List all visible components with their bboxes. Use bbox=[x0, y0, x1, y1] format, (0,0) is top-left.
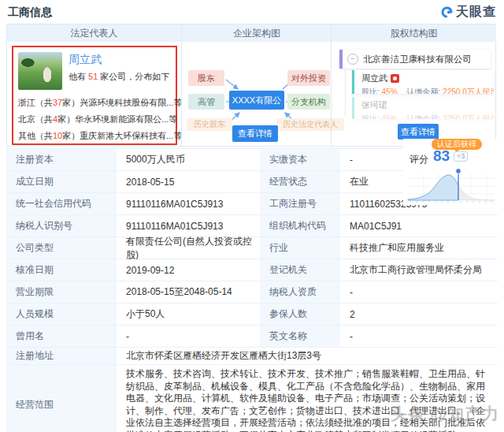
field-label: 英文名称 bbox=[260, 326, 340, 348]
shareholder-name[interactable]: 周立武 bbox=[361, 73, 387, 84]
field-value: 5000万人民币 bbox=[117, 149, 260, 171]
org-chart-panel: 企业架构图 bbox=[181, 24, 332, 146]
field-value: 小于50人 bbox=[117, 304, 260, 326]
legal-rep-name-link[interactable]: 周立武 bbox=[69, 53, 102, 67]
field-label: 组织机构代码 bbox=[260, 215, 340, 237]
purple-bar bbox=[339, 50, 343, 69]
page-title: 工商信息 bbox=[8, 6, 52, 20]
tianyancha-eye-icon bbox=[440, 6, 454, 19]
field-value: 2019-09-12 bbox=[117, 259, 260, 281]
list-item: 北京（共4家） 华永环境新能源有限公...等 bbox=[18, 111, 174, 128]
shareholder-name: 张珂珺 bbox=[361, 99, 387, 111]
node-branches: 分支机构 bbox=[287, 94, 330, 110]
field-label: 注册地址 bbox=[6, 348, 117, 365]
company-name[interactable]: 兴源环境科技股份有限...等 bbox=[80, 97, 182, 109]
score-bell-curve-chart bbox=[406, 167, 498, 203]
field-label: 纳税人识别号 bbox=[6, 215, 117, 237]
field-value: 2018-05-15至2048-05-14 bbox=[117, 281, 260, 304]
legal-rep-header: 法定代表人 bbox=[7, 24, 181, 42]
field-label: 工商注册号 bbox=[260, 193, 340, 215]
node-investments: 对外投资 bbox=[287, 70, 330, 86]
field-label: 人员规模 bbox=[6, 304, 117, 326]
field-value: 2018-05-15 bbox=[117, 171, 260, 193]
field-label: 曾用名 bbox=[6, 326, 117, 348]
field-value: 北京市工商行政管理局怀柔分局 bbox=[340, 259, 498, 281]
field-value: 有限责任公司(自然人投资或控股) bbox=[117, 237, 260, 259]
legal-rep-distribution: 浙江（共37家） 兴源环境科技股份有限...等 北京（共4家） 华永环境新能源有… bbox=[18, 95, 174, 144]
shareholder-card: 张珂珺 股比: 45%认缴金额: 2250.0万人民币 bbox=[352, 97, 494, 119]
legal-rep-panel: 法定代表人 周立武 他有 51 家公司，分布如下 浙江（共37家） 兴源环境科技… bbox=[7, 24, 181, 146]
field-label: 成立日期 bbox=[6, 171, 117, 193]
list-item: 其他（共10家） 重庆新港大环保科技有...等 bbox=[18, 128, 174, 144]
legal-rep-avatar[interactable] bbox=[18, 52, 62, 90]
preview-panels: 法定代表人 周立武 他有 51 家公司，分布如下 浙江（共37家） 兴源环境科技… bbox=[6, 24, 496, 147]
field-value: MA01C5J91 bbox=[340, 215, 498, 237]
equity-detail-button[interactable]: 查看详情 bbox=[398, 124, 439, 140]
company-name[interactable]: 华永环境新能源有限公...等 bbox=[75, 114, 177, 125]
equity-header: 股权结构图 bbox=[332, 24, 496, 42]
company-name[interactable]: 重庆新港大环保科技有...等 bbox=[80, 130, 182, 142]
node-history-shareholders: 历史股东 bbox=[187, 118, 232, 131]
field-value: - bbox=[117, 326, 260, 348]
score-value: 83 bbox=[433, 147, 450, 165]
node-shareholders: 股东 bbox=[188, 70, 224, 86]
root-company-name[interactable]: 北京善洁卫康科技有限公司 bbox=[363, 54, 472, 65]
field-value: - bbox=[340, 281, 498, 304]
node-company-center: XXXX有限公司 bbox=[229, 91, 284, 110]
score-module: 认证后获得 评分 83 +3 bbox=[403, 139, 501, 205]
field-value: - bbox=[340, 326, 498, 348]
company-count: 51 bbox=[88, 72, 98, 81]
org-chart-header: 企业架构图 bbox=[182, 24, 332, 42]
legal-rep-summary: 他有 51 家公司，分布如下 bbox=[69, 71, 169, 83]
field-label: 纳税人资质 bbox=[260, 281, 340, 304]
field-label: 经营范围 bbox=[6, 365, 117, 432]
watermark: 头条 @知产力 bbox=[391, 403, 499, 425]
field-label: 营业期限 bbox=[6, 281, 117, 304]
brand-name: 天眼查 bbox=[456, 4, 496, 20]
legal-rep-highlight-box: 周立武 他有 51 家公司，分布如下 浙江（共37家） 兴源环境科技股份有限..… bbox=[12, 46, 177, 145]
registered-address-value: 北京市怀柔区雁栖经济开发区雁栖大街13层3号 bbox=[117, 348, 498, 365]
field-value: 91110116MA01C5J913 bbox=[117, 193, 260, 215]
score-label: 评分 bbox=[410, 153, 428, 166]
equity-panel: 股权结构图 北京善洁卫康科技有限公司 周立武 股比: 45%认缴金额: 2250… bbox=[331, 24, 496, 146]
field-label: 统一社会信用代码 bbox=[6, 193, 117, 215]
collapse-icon[interactable] bbox=[347, 54, 358, 65]
org-chart-detail-button[interactable]: 查看详情 bbox=[232, 125, 278, 142]
tianyancha-logo[interactable]: 天眼查 bbox=[440, 4, 496, 20]
equity-root-node: 北京善洁卫康科技有限公司 bbox=[339, 50, 491, 69]
business-info-page: 工商信息 天眼查 法定代表人 周立武 他有 51 家公司，分布如下 浙江（共3 bbox=[0, 0, 504, 432]
field-label: 登记机关 bbox=[260, 259, 340, 281]
field-label: 参保人数 bbox=[260, 304, 340, 326]
field-value: 科技推广和应用服务业 bbox=[340, 237, 498, 259]
field-label: 公司类型 bbox=[6, 237, 117, 259]
field-value: 2 bbox=[340, 304, 498, 326]
field-label: 经营状态 bbox=[260, 171, 340, 193]
score-delta-badge: +3 bbox=[454, 151, 468, 162]
shareholder-badge-icon bbox=[391, 74, 399, 83]
node-executives: 高管 bbox=[188, 94, 224, 110]
field-label: 核准日期 bbox=[6, 259, 117, 281]
field-label: 行业 bbox=[260, 237, 340, 259]
field-label: 实缴资本 bbox=[260, 149, 340, 171]
list-item: 浙江（共37家） 兴源环境科技股份有限...等 bbox=[18, 95, 174, 111]
tree-connector bbox=[345, 70, 346, 116]
shareholder-info: 股比: 45%认缴金额: 2250.0万人民币 bbox=[361, 88, 494, 94]
field-label: 注册资本 bbox=[6, 149, 117, 171]
shareholder-card: 周立武 股比: 45%认缴金额: 2250.0万人民币 bbox=[352, 70, 494, 94]
shareholder-info: 股比: 45%认缴金额: 2250.0万人民币 bbox=[361, 114, 494, 119]
